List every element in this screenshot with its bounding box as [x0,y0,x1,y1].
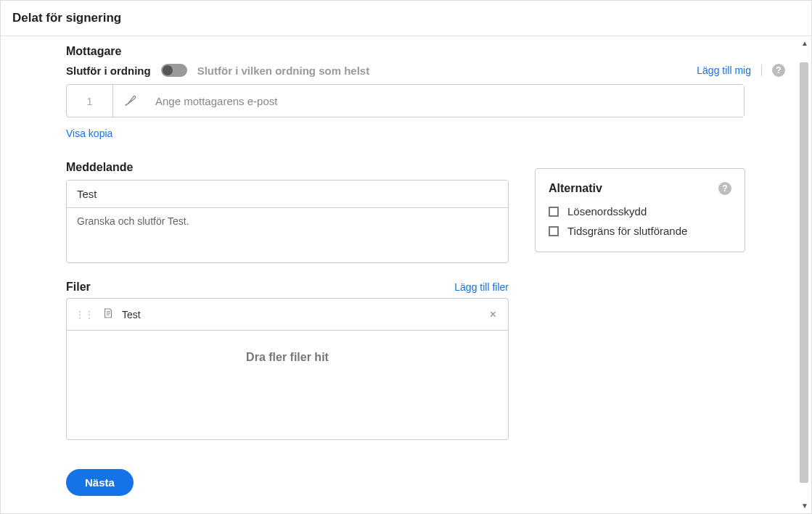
files-box: ⋮⋮ Test × Dra fler filer hit [66,298,509,440]
files-label: Filer [66,281,91,294]
message-body-input[interactable] [67,208,508,260]
next-button[interactable]: Nästa [66,469,134,496]
password-protect-label: Lösenordsskydd [567,205,647,217]
show-copy-link[interactable]: Visa kopia [66,128,112,139]
options-panel: Alternativ ? Lösenordsskydd Tidsgräns fö… [535,168,745,252]
toggle-knob [163,65,173,75]
options-title: Alternativ [549,182,602,195]
add-files-link[interactable]: Lägg till filer [454,281,509,293]
file-name: Test [122,309,480,320]
scroll-up-arrow[interactable]: ▲ [801,39,808,47]
message-subject-input[interactable] [67,181,508,208]
options-help-icon[interactable]: ? [718,182,731,195]
completion-deadline-label: Tidsgräns för slutförande [567,225,687,237]
recipient-row: 1 [66,84,745,117]
password-protect-option[interactable]: Lösenordsskydd [549,205,731,217]
dialog-title: Delat för signering [1,1,811,36]
recipient-email-input[interactable] [148,85,744,117]
message-box [66,180,509,263]
file-drop-area[interactable]: Dra fler filer hit [67,331,508,439]
drag-handle-icon[interactable]: ⋮⋮ [75,310,94,320]
message-label: Meddelande [66,161,509,174]
pen-icon [113,85,148,117]
scrollbar-thumb[interactable] [800,62,808,483]
completion-deadline-option[interactable]: Tidsgräns för slutförande [549,225,731,237]
checkbox-icon [549,207,559,217]
complete-in-order-toggle[interactable] [161,64,187,77]
recipients-label: Mottagare [66,45,785,58]
checkbox-icon [549,226,559,236]
complete-in-order-label: Slutför i ordning [66,65,151,77]
divider [761,65,762,76]
scrollbar-track[interactable] [798,48,810,501]
help-icon[interactable]: ? [772,64,785,77]
document-icon [102,307,115,322]
add-me-link[interactable]: Lägg till mig [697,65,751,76]
remove-file-button[interactable]: × [487,305,499,324]
complete-any-order-hint: Slutför i vilken ordning som helst [197,65,370,77]
file-item: ⋮⋮ Test × [67,299,508,331]
scroll-down-arrow[interactable]: ▼ [801,502,808,510]
recipient-number: 1 [67,85,113,117]
